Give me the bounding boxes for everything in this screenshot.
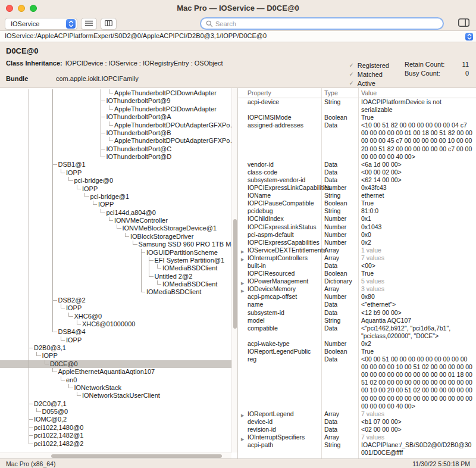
property-row[interactable]: vendor-idData<6a 1d 00 00>	[238, 161, 476, 169]
property-row[interactable]: regData<00 00 51 00 00 00 00 00 00 00 00…	[238, 355, 476, 410]
tree-item[interactable]: AppleThunderboltDPOutAdapterGFXPo…	[0, 121, 231, 129]
property-row[interactable]: IOPCIResourcedBooleanTrue	[238, 270, 476, 277]
property-row[interactable]: IOPCIExpressCapabilitiesNumber0x2	[238, 239, 476, 247]
property-row[interactable]: ▶IODeviceMemoryArray3 values	[238, 285, 476, 293]
property-row[interactable]: ▶IOPowerManagementDictionary5 values	[238, 277, 476, 285]
column-header-type[interactable]: Type	[321, 88, 358, 98]
tree-item[interactable]: IOThunderboltPort@A	[0, 113, 231, 121]
tree-item[interactable]: Samsung SSD 960 PRO 1TB Media	[0, 241, 231, 248]
zoom-button[interactable]	[30, 5, 37, 12]
tree-guide-line	[52, 217, 53, 224]
property-row[interactable]: class-codeData<00 00 02 00>	[238, 169, 476, 176]
column-view-button[interactable]	[101, 18, 117, 30]
tree-item[interactable]: pci-bridge@0	[0, 177, 231, 185]
property-value: True	[358, 199, 476, 207]
tree-item[interactable]: pci1022,1482@2	[0, 440, 231, 448]
path-stepper-icon[interactable]	[465, 33, 473, 40]
tree-item[interactable]: DSB1@1	[0, 161, 231, 169]
property-row[interactable]: pcidebugString81:0:0	[238, 207, 476, 215]
tree-item[interactable]: AppleThunderboltPCIDownAdapter	[0, 105, 231, 113]
tree-item[interactable]: IONetworkStackUserClient	[0, 392, 231, 400]
tree-horizontal-scrollbar[interactable]	[0, 453, 231, 458]
tree-item[interactable]: IOPP	[0, 352, 231, 360]
tree-item[interactable]: IOPP	[0, 336, 231, 344]
tree-item[interactable]: IOPP	[0, 169, 231, 177]
property-row[interactable]: revision-idData<02 00 00 00>	[238, 426, 476, 433]
search-field[interactable]	[200, 17, 444, 30]
property-row[interactable]: acpi-wake-typeNumber0x2	[238, 340, 476, 348]
tree-item[interactable]: AppleThunderboltPCIDownAdapter	[0, 89, 231, 97]
tree-item[interactable]: EFI System Partition@1	[0, 257, 231, 264]
tree-item[interactable]: pci1022,1482@1	[0, 432, 231, 439]
tree-guide-line	[29, 288, 29, 296]
tree-item[interactable]: D0CE@0	[0, 360, 231, 368]
property-row[interactable]: subsystem-idData<12 b9 00 00>	[238, 309, 476, 317]
tree-item[interactable]: IOPP	[0, 201, 231, 208]
scrollbar-thumb[interactable]	[233, 219, 237, 329]
tree-item[interactable]: IOGUIDPartitionScheme	[0, 249, 231, 257]
property-row[interactable]: acpi-pmcap-offsetNumber0x80	[238, 293, 476, 301]
tree-item[interactable]: pci1022,1480@0	[0, 424, 231, 432]
property-row[interactable]: assigned-addressesData<10 00 51 82 00 00…	[238, 121, 476, 160]
property-row[interactable]: IOChildIndexNumber0x1	[238, 215, 476, 223]
tree-item[interactable]: DSB2@2	[0, 297, 231, 304]
tree-vertical-scrollbar[interactable]	[231, 88, 237, 453]
tree-item[interactable]: IOBlockStorageDriver	[0, 233, 231, 241]
property-row[interactable]: ▶IOReportLegendArray7 values	[238, 410, 476, 418]
tree-item[interactable]: AppleThunderboltDPOutAdapterGFXPo…	[0, 137, 231, 145]
property-row[interactable]: pci-aspm-defaultNumber0x0	[238, 231, 476, 239]
column-header-property[interactable]: Property	[238, 88, 321, 98]
property-row[interactable]: ▶IOInterruptControllersArray7 values	[238, 254, 476, 262]
tree-item[interactable]: pci144d,a804@0	[0, 209, 231, 217]
property-row[interactable]: IOReportLegendPublicBooleanTrue	[238, 348, 476, 355]
tree-item[interactable]: XHC6@01000000	[0, 320, 231, 328]
tree-item[interactable]: D2C0@7,1	[0, 400, 231, 408]
path-bar[interactable]: IOService:/AppleACPIPlatformExpert/S0D2@…	[0, 31, 476, 42]
property-row[interactable]: ▶IOServiceDEXTEntitlementsArray1 value	[238, 247, 476, 254]
tree-item[interactable]: D055@0	[0, 408, 231, 416]
property-row[interactable]: compatibleData<"pci1462,b912", "pci1d6a,…	[238, 325, 476, 340]
tree-item[interactable]: IOThunderboltPort@C	[0, 145, 231, 153]
scrollbar-thumb[interactable]	[51, 454, 223, 458]
property-row[interactable]: built-inData<00>	[238, 262, 476, 270]
column-header-value[interactable]: Value	[358, 88, 476, 98]
tree-item[interactable]: IOThunderboltPort@9	[0, 97, 231, 105]
inspector-toggle-button[interactable]	[456, 18, 471, 30]
property-row[interactable]: IOPCIExpressLinkStatusNumber0x1043	[238, 223, 476, 231]
tree-item[interactable]: XHC6@0	[0, 313, 231, 320]
property-row[interactable]: IOPCIExpressLinkCapabilitiesNumber0x43fc…	[238, 184, 476, 192]
tree-item[interactable]: IOMediaBSDClient	[0, 288, 231, 296]
plane-selector[interactable]: IOService	[5, 18, 77, 30]
tree-item[interactable]: IONVMeBlockStorageDevice@1	[0, 224, 231, 232]
tree-item[interactable]: D2B0@3,1	[0, 344, 231, 352]
property-row[interactable]: IONameStringethernet	[238, 192, 476, 199]
search-input[interactable]	[215, 20, 438, 27]
tree-item[interactable]: AppleEthernetAquantiaAqtion107	[0, 368, 231, 376]
property-row[interactable]: IOPCIMSIModeBooleanTrue	[238, 114, 476, 121]
tree-item[interactable]: pci-bridge@1	[0, 193, 231, 201]
tree-item[interactable]: Untitled 2@2	[0, 273, 231, 280]
tree-item[interactable]: IOThunderboltPort@B	[0, 129, 231, 137]
property-row[interactable]: ▶IOInterruptSpecifiersArray7 values	[238, 433, 476, 441]
property-row[interactable]: acpi-deviceStringIOACPIPlatformDevice is…	[238, 98, 476, 114]
tree-item[interactable]: IOPP	[0, 185, 231, 193]
property-row[interactable]: acpi-pathStringIOACPIPlane:/_SB/S0D2@0/D…	[238, 441, 476, 457]
tree-item[interactable]: DSB4@4	[0, 328, 231, 336]
tree-item[interactable]: IOMediaBSDClient	[0, 264, 231, 272]
property-row[interactable]: device-idData<b1 07 00 00>	[238, 418, 476, 426]
tree-item[interactable]: IOPP	[0, 304, 231, 312]
property-row[interactable]: modelStringAquantia AQC107	[238, 317, 476, 325]
tree-item[interactable]: IOThunderboltPort@D	[0, 153, 231, 161]
minimize-button[interactable]	[18, 5, 25, 12]
property-type: Array	[321, 410, 358, 418]
property-row[interactable]: nameData<"ethernet">	[238, 301, 476, 308]
close-button[interactable]	[6, 5, 13, 12]
property-row[interactable]: subsystem-vendor-idData<62 14 00 00>	[238, 176, 476, 184]
tree-item[interactable]: en0	[0, 376, 231, 384]
tree-item[interactable]: IOMC@0,2	[0, 416, 231, 423]
tree-item[interactable]: IONVMeController	[0, 217, 231, 224]
property-row[interactable]: IOPCIPauseCompatibleBooleanTrue	[238, 199, 476, 207]
tree-item[interactable]: IONetworkStack	[0, 384, 231, 392]
list-view-button[interactable]	[81, 18, 97, 30]
tree-item[interactable]: IOMediaBSDClient	[0, 280, 231, 288]
